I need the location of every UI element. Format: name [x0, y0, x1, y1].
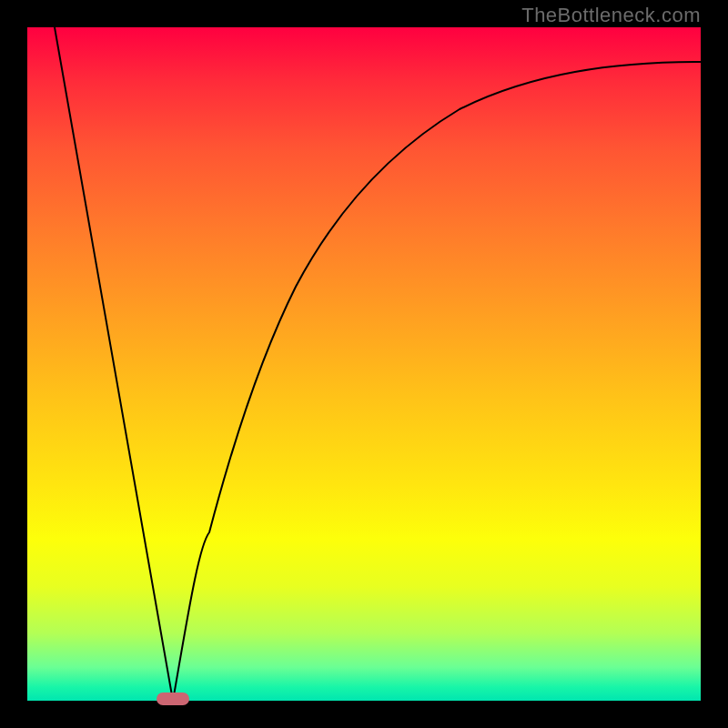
watermark-text: TheBottleneck.com [521, 4, 701, 27]
curve-left-segment [55, 27, 173, 701]
plot-area [27, 27, 701, 701]
curve-right-segment [173, 62, 701, 701]
optimal-point-marker [157, 693, 189, 705]
chart-curve [27, 27, 701, 701]
chart-frame: TheBottleneck.com [0, 0, 728, 728]
